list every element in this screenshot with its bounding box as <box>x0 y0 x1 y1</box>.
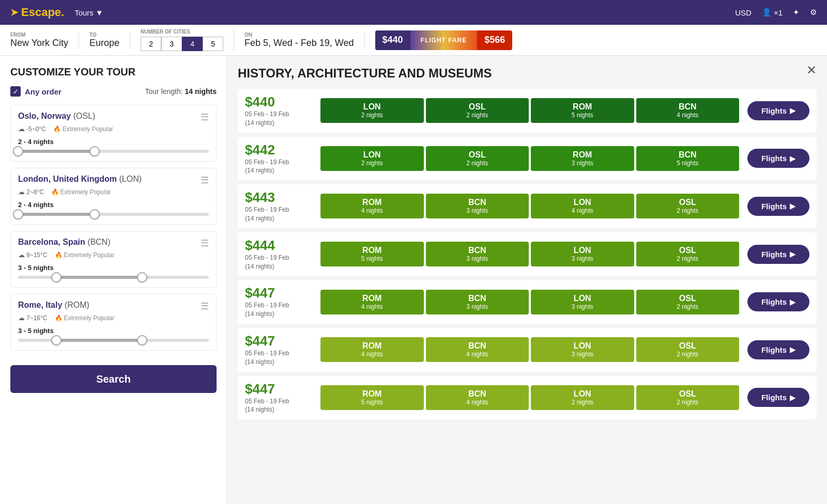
city-block-nights-3-0: 5 nights <box>361 255 383 262</box>
flights-button-3[interactable]: Flights ▶ <box>747 245 809 264</box>
flights-button-1[interactable]: Flights ▶ <box>747 149 809 168</box>
city-count-btn-5[interactable]: 5 <box>203 37 223 51</box>
search-button[interactable]: Search <box>10 365 217 393</box>
date-field[interactable]: ON Feb 5, Wed - Feb 19, Wed <box>234 32 364 49</box>
result-city-3-1: BCN 3 nights <box>426 242 529 266</box>
result-row-5: $44705 Feb - 19 Feb (14 nights) ROM 4 ni… <box>238 328 817 372</box>
city-slider-2[interactable] <box>18 276 209 279</box>
theme-toggle[interactable]: ✦ <box>793 8 800 17</box>
city-block-code-2-0: ROM <box>362 198 381 207</box>
result-row-6: $44705 Feb - 19 Feb (14 nights) ROM 5 ni… <box>238 376 817 420</box>
city-drag-handle-3[interactable]: ☰ <box>201 301 209 312</box>
city-info-1: ☁ 2~8°C 🔥 Extremely Popular <box>18 188 209 196</box>
city-block-code-3-1: BCN <box>468 246 486 255</box>
flights-button-5[interactable]: Flights ▶ <box>747 340 809 359</box>
city-slider-0[interactable] <box>18 150 209 153</box>
slider-thumb-left-2[interactable] <box>51 272 62 282</box>
result-cities-2: ROM 4 nights BCN 3 nights LON 4 nights O… <box>320 194 739 218</box>
result-price-block-6: $44705 Feb - 19 Feb (14 nights) <box>245 381 312 415</box>
city-block-code-6-3: OSL <box>679 389 696 399</box>
slider-thumb-left-1[interactable] <box>13 209 23 219</box>
user-count[interactable]: 👤 ×1 <box>762 8 783 17</box>
slider-thumb-right-0[interactable] <box>89 146 100 156</box>
city-block-nights-2-3: 2 nights <box>677 207 698 214</box>
cities-label: NUMBER OF CITIES <box>141 29 223 35</box>
city-count-btn-3[interactable]: 3 <box>161 37 182 51</box>
result-row-3: $44405 Feb - 19 Feb (14 nights) ROM 5 ni… <box>238 232 817 276</box>
city-popularity-1: 🔥 Extremely Popular <box>51 188 111 196</box>
city-block-code-4-1: BCN <box>468 294 486 303</box>
from-field[interactable]: FROM New York City <box>10 32 79 49</box>
result-city-1-3: BCN 5 nights <box>636 146 740 171</box>
panel-title: CUSTOMIZE YOUR TOUR <box>10 66 217 78</box>
tours-arrow-icon: ▼ <box>96 8 103 17</box>
slider-thumb-left-3[interactable] <box>51 335 62 345</box>
flight-fare-bar: $440 FLIGHT FARE $566 <box>375 30 513 50</box>
city-info-2: ☁ 9~15°C 🔥 Extremely Popular <box>18 251 209 259</box>
result-city-4-1: BCN 3 nights <box>426 290 529 314</box>
to-field[interactable]: TO Europe <box>79 32 130 49</box>
city-count-btn-4[interactable]: 4 <box>182 37 203 51</box>
date-value: Feb 5, Wed - Feb 19, Wed <box>244 38 354 49</box>
flights-arrow-icon-0: ▶ <box>790 106 795 115</box>
city-block-code-1-2: ROM <box>573 150 592 160</box>
result-city-6-3: OSL 2 nights <box>636 385 740 410</box>
flights-label-2: Flights <box>761 202 787 211</box>
result-price-0: $440 <box>245 94 312 110</box>
flights-button-6[interactable]: Flights ▶ <box>747 388 809 407</box>
city-slider-1[interactable] <box>18 213 209 216</box>
city-block-nights-2-0: 4 nights <box>361 207 383 214</box>
cities-field: NUMBER OF CITIES 2345 <box>130 29 234 51</box>
tour-length-label: Tour length: <box>145 87 182 96</box>
result-city-0-1: OSL 2 nights <box>426 98 529 123</box>
any-order-label: Any order <box>25 87 62 96</box>
city-drag-handle-2[interactable]: ☰ <box>201 238 209 249</box>
close-button[interactable]: ✕ <box>806 63 817 77</box>
city-block-nights-0-3: 4 nights <box>677 112 698 119</box>
city-drag-handle-0[interactable]: ☰ <box>201 112 209 123</box>
fire-icon-2: 🔥 <box>55 251 63 259</box>
currency-selector[interactable]: USD <box>735 8 752 17</box>
city-block-code-4-3: OSL <box>679 294 696 303</box>
slider-thumb-left-0[interactable] <box>13 146 23 156</box>
fire-icon-3: 🔥 <box>55 314 63 322</box>
slider-thumb-right-1[interactable] <box>89 209 100 219</box>
city-count-btn-2[interactable]: 2 <box>141 37 161 51</box>
slider-thumb-right-2[interactable] <box>137 272 147 282</box>
user-count-label: ×1 <box>774 8 783 17</box>
result-city-6-0: ROM 5 nights <box>320 385 424 410</box>
settings-button[interactable]: ⚙ <box>810 8 817 17</box>
city-name-0: Oslo, Norway (OSL) <box>18 112 95 121</box>
result-price-1: $442 <box>245 142 312 158</box>
city-block-nights-6-0: 5 nights <box>361 399 383 406</box>
tours-menu[interactable]: Tours ▼ <box>74 8 103 17</box>
city-block-nights-1-3: 5 nights <box>677 160 698 167</box>
cities-buttons: 2345 <box>141 37 223 51</box>
flights-arrow-icon-1: ▶ <box>790 154 795 163</box>
city-drag-handle-1[interactable]: ☰ <box>201 175 209 186</box>
city-block-nights-6-2: 2 nights <box>572 399 593 406</box>
city-block-code-1-3: BCN <box>679 150 697 160</box>
city-block-code-5-0: ROM <box>362 341 381 351</box>
city-temp-1: ☁ 2~8°C <box>18 188 44 196</box>
city-block-nights-1-0: 2 nights <box>361 160 383 167</box>
result-dates-5: 05 Feb - 19 Feb (14 nights) <box>245 349 312 367</box>
flights-button-2[interactable]: Flights ▶ <box>747 197 809 216</box>
logo[interactable]: ➤ Escape. <box>10 6 64 19</box>
fire-icon-0: 🔥 <box>53 125 61 133</box>
city-name-1: London, United Kingdom (LON) <box>18 175 142 184</box>
result-row-0: $44005 Feb - 19 Feb (14 nights) LON 2 ni… <box>238 89 817 133</box>
any-order-checkbox[interactable]: ✓ <box>10 86 21 97</box>
city-popularity-2: 🔥 Extremely Popular <box>55 251 115 259</box>
flights-button-4[interactable]: Flights ▶ <box>747 292 809 311</box>
city-slider-3[interactable] <box>18 339 209 342</box>
city-block-nights-3-1: 3 nights <box>466 255 488 262</box>
flights-button-0[interactable]: Flights ▶ <box>747 101 809 120</box>
city-block-code-1-0: LON <box>363 150 381 160</box>
result-city-1-2: ROM 3 nights <box>531 146 634 171</box>
city-temp-3: ☁ 7~16°C <box>18 314 48 322</box>
slider-thumb-right-3[interactable] <box>137 335 147 345</box>
city-block-code-5-1: BCN <box>468 341 486 351</box>
result-city-0-3: BCN 4 nights <box>636 98 740 123</box>
flights-label-1: Flights <box>761 154 787 163</box>
